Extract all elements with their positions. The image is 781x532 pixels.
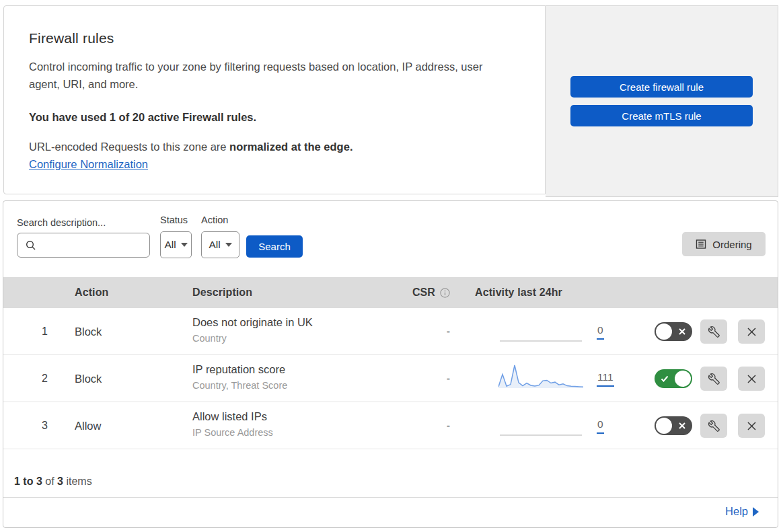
rule-description-title: IP reputation score	[192, 363, 394, 376]
activity-sparkline	[498, 316, 583, 343]
pagination-of: of	[45, 476, 54, 487]
delete-rule-button[interactable]	[738, 367, 765, 391]
table-row: 2 Block IP reputation score Country, Thr…	[3, 355, 778, 402]
rule-description: Does not originate in UK Country	[192, 316, 394, 344]
rule-fields: IP Source Address	[192, 427, 394, 438]
chevron-down-icon	[225, 243, 232, 247]
firewall-rules-header-card: Firewall rules Control incoming traffic …	[3, 5, 546, 194]
close-icon	[747, 327, 757, 337]
rule-action: Block	[75, 308, 102, 355]
arrow-right-icon	[753, 507, 759, 517]
normalization-text-bold: normalized at the edge.	[229, 141, 352, 153]
page-description: Control incoming traffic to your zone by…	[29, 58, 508, 93]
rule-enabled-toggle[interactable]	[655, 322, 692, 341]
rule-description: IP reputation score Country, Threat Scor…	[192, 363, 394, 391]
x-icon	[678, 328, 686, 336]
delete-rule-button[interactable]	[738, 414, 765, 438]
pagination-range: 1 to 3	[14, 476, 42, 487]
activity-count-link[interactable]: 0	[597, 324, 604, 340]
close-icon	[747, 421, 757, 431]
status-filter-select[interactable]: All	[160, 231, 192, 258]
rule-enabled-toggle[interactable]	[655, 369, 692, 388]
rule-csr-value: -	[377, 402, 450, 449]
search-icon	[26, 240, 36, 251]
page-title: Firewall rules	[29, 30, 508, 46]
ordering-button-label: Ordering	[712, 239, 751, 250]
activity-sparkline	[498, 363, 583, 390]
search-description-label: Search description...	[17, 217, 106, 228]
create-mtls-rule-button[interactable]: Create mTLS rule	[570, 105, 753, 126]
toggle-knob	[656, 418, 672, 434]
rule-fields: Country, Threat Score	[192, 380, 394, 391]
column-header-action: Action	[75, 277, 108, 308]
rule-csr-value: -	[377, 355, 450, 402]
activity-count-link[interactable]: 111	[597, 371, 614, 387]
pagination-items: items	[66, 476, 91, 487]
firewall-rules-list-card: Search description... Status All Action …	[3, 200, 778, 528]
edit-rule-button[interactable]	[700, 414, 727, 438]
normalization-text: URL-encoded Requests to this zone are no…	[29, 141, 508, 153]
close-icon	[747, 374, 757, 384]
help-link[interactable]: Help	[725, 505, 759, 518]
table-header: Action Description CSR Activity last 24h…	[3, 277, 778, 308]
rule-fields: Country	[192, 333, 394, 344]
toggle-knob	[656, 324, 672, 340]
ordering-list-icon	[696, 239, 706, 250]
table-row: 1 Block Does not originate in UK Country…	[3, 308, 778, 355]
action-filter-label: Action	[201, 215, 228, 225]
pagination-total: 3	[57, 476, 63, 487]
ordering-button[interactable]: Ordering	[682, 232, 766, 256]
rule-enabled-toggle[interactable]	[655, 416, 692, 435]
status-filter-value: All	[164, 239, 176, 251]
actions-panel: Create firewall rule Create mTLS rule	[546, 5, 778, 197]
footer-divider	[3, 497, 778, 498]
help-link-label: Help	[725, 505, 748, 518]
column-header-activity: Activity last 24hr	[475, 277, 562, 308]
rule-priority: 1	[11, 308, 48, 355]
search-button[interactable]: Search	[246, 235, 303, 258]
status-filter-label: Status	[160, 215, 188, 225]
chevron-down-icon	[181, 243, 188, 247]
wrench-icon	[708, 373, 720, 385]
wrench-icon	[708, 326, 720, 338]
action-filter-value: All	[209, 239, 220, 251]
pagination-summary: 1 to 3 of 3 items	[14, 476, 92, 488]
toggle-knob	[675, 371, 691, 387]
activity-sparkline	[498, 410, 583, 437]
rule-description-title: Allow listed IPs	[192, 410, 394, 423]
wrench-icon	[708, 420, 720, 432]
info-icon[interactable]	[440, 288, 450, 298]
rule-priority: 2	[11, 355, 48, 402]
rule-description: Allow listed IPs IP Source Address	[192, 410, 394, 438]
check-icon	[661, 375, 669, 383]
action-filter-select[interactable]: All	[201, 231, 239, 258]
create-firewall-rule-button[interactable]: Create firewall rule	[570, 76, 753, 98]
search-description-input[interactable]	[17, 233, 150, 258]
configure-normalization-link[interactable]: Configure Normalization	[29, 158, 148, 170]
edit-rule-button[interactable]	[700, 319, 727, 344]
x-icon	[678, 422, 686, 430]
rule-csr-value: -	[377, 308, 450, 355]
usage-count-text: You have used 1 of 20 active Firewall ru…	[29, 111, 508, 124]
rule-action: Block	[75, 355, 102, 402]
rule-description-title: Does not originate in UK	[192, 316, 394, 329]
delete-rule-button[interactable]	[738, 319, 765, 344]
column-header-csr: CSR	[377, 277, 450, 308]
column-header-csr-label: CSR	[412, 287, 435, 299]
rule-priority: 3	[11, 402, 48, 449]
activity-count-link[interactable]: 0	[597, 418, 604, 434]
column-header-description: Description	[192, 277, 252, 308]
rule-action: Allow	[75, 402, 101, 449]
edit-rule-button[interactable]	[700, 367, 727, 391]
table-row: 3 Allow Allow listed IPs IP Source Addre…	[3, 402, 778, 449]
normalization-text-prefix: URL-encoded Requests to this zone are	[29, 141, 229, 153]
